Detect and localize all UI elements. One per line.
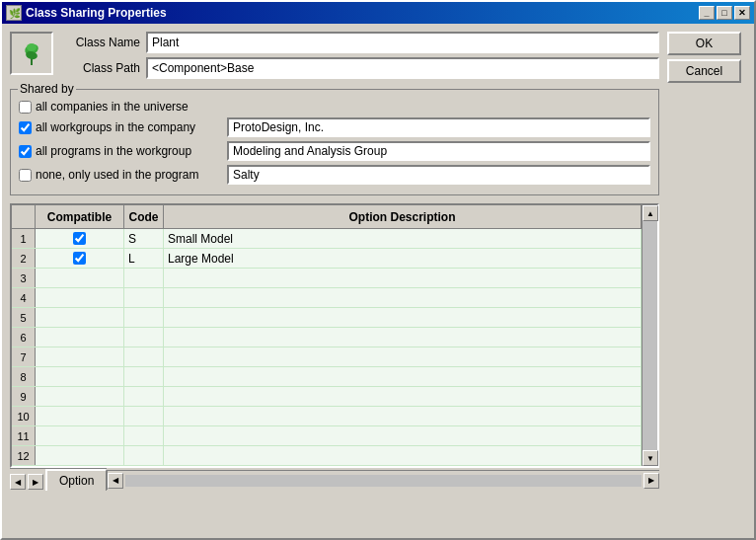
cb-programs[interactable] <box>19 145 32 158</box>
cb-workgroups[interactable] <box>19 121 32 134</box>
minimize-button[interactable]: _ <box>699 6 715 20</box>
title-bar-buttons: _ □ ✕ <box>699 6 750 20</box>
programs-input[interactable] <box>227 141 650 161</box>
content-area: Class Name Class Path Shared by al <box>2 24 754 498</box>
cb-companies[interactable] <box>19 101 32 114</box>
ok-button[interactable]: OK <box>667 32 741 55</box>
compatible-cell <box>36 347 124 366</box>
description-cell: Large Model <box>164 249 642 268</box>
close-button[interactable]: ✕ <box>734 6 750 20</box>
compatible-cell <box>36 288 124 307</box>
code-cell <box>124 446 164 465</box>
grid-header-compatible: Compatible <box>36 205 124 228</box>
horizontal-scrollbar[interactable]: ◀ ▶ <box>107 470 659 490</box>
bottom-area: ◀ ▶ Option ◀ ▶ <box>10 468 659 490</box>
none-input[interactable] <box>227 165 650 185</box>
window-icon: 🌿 <box>6 5 22 21</box>
table-row[interactable]: 9 <box>12 387 642 407</box>
window-title: Class Sharing Properties <box>26 6 167 20</box>
class-name-input[interactable] <box>146 32 659 53</box>
row-num-cell: 4 <box>12 288 36 307</box>
scroll-down-button[interactable]: ▼ <box>643 450 658 466</box>
tab-option[interactable]: Option <box>45 469 107 491</box>
code-cell <box>124 308 164 327</box>
tab-next-button[interactable]: ▶ <box>28 474 43 490</box>
row-num-cell: 5 <box>12 308 36 327</box>
hscroll-right-button[interactable]: ▶ <box>643 473 659 489</box>
hscroll-track <box>125 475 642 487</box>
table-row[interactable]: 11 <box>12 426 642 446</box>
table-row[interactable]: 12 <box>12 446 642 466</box>
compatible-checkbox[interactable] <box>73 232 86 245</box>
table-row[interactable]: 7 <box>12 347 642 367</box>
row-num-cell: 7 <box>12 347 36 366</box>
maximize-button[interactable]: □ <box>717 6 732 20</box>
title-bar: 🌿 Class Sharing Properties _ □ ✕ <box>2 2 754 24</box>
compatible-cell <box>36 387 124 406</box>
cb-none-label: none, only used in the program <box>36 168 223 182</box>
grid-header-code: Code <box>124 205 164 228</box>
grid-container: Compatible Code Option Description 1SSma… <box>10 203 659 468</box>
code-cell <box>124 426 164 445</box>
hscroll-left-button[interactable]: ◀ <box>108 473 123 489</box>
header-section: Class Name Class Path <box>10 32 659 83</box>
table-row[interactable]: 5 <box>12 308 642 328</box>
code-cell <box>124 288 164 307</box>
shared-by-box: all companies in the universe all workgr… <box>10 89 659 195</box>
vertical-scrollbar[interactable]: ▲ ▼ <box>642 205 657 466</box>
shared-by-row-1: all companies in the universe <box>19 100 650 114</box>
compatible-checkbox[interactable] <box>73 252 86 265</box>
description-cell <box>164 328 642 347</box>
row-num-cell: 3 <box>12 269 36 287</box>
code-cell <box>124 407 164 425</box>
table-row[interactable]: 3 <box>12 269 642 288</box>
scroll-up-button[interactable]: ▲ <box>643 205 658 221</box>
class-path-label: Class Path <box>61 61 140 75</box>
table-row[interactable]: 2LLarge Model <box>12 249 642 269</box>
workgroups-input[interactable] <box>227 117 650 137</box>
class-icon <box>10 32 53 75</box>
compatible-cell <box>36 229 124 248</box>
row-num-cell: 12 <box>12 446 36 465</box>
table-row[interactable]: 1SSmall Model <box>12 229 642 249</box>
grid-inner: Compatible Code Option Description 1SSma… <box>12 205 642 466</box>
description-cell <box>164 269 642 287</box>
class-path-input[interactable] <box>146 57 659 79</box>
description-cell <box>164 308 642 327</box>
table-row[interactable]: 6 <box>12 328 642 347</box>
class-name-row: Class Name <box>61 32 659 53</box>
grid-body: 1SSmall Model2LLarge Model3456789101112 <box>12 229 642 466</box>
compatible-cell <box>36 426 124 445</box>
row-num-cell: 11 <box>12 426 36 445</box>
cb-none[interactable] <box>19 169 32 182</box>
main-panel: Class Name Class Path Shared by al <box>10 32 659 490</box>
code-cell <box>124 367 164 386</box>
scrollbar-track <box>643 221 657 450</box>
compatible-cell <box>36 407 124 425</box>
compatible-cell <box>36 367 124 386</box>
table-row[interactable]: 10 <box>12 407 642 426</box>
right-panel: OK Cancel <box>667 32 746 490</box>
table-row[interactable]: 4 <box>12 288 642 308</box>
compatible-cell <box>36 328 124 347</box>
shared-by-row-3: all programs in the workgroup <box>19 141 650 161</box>
fields-section: Class Name Class Path <box>61 32 659 83</box>
compatible-cell <box>36 269 124 287</box>
tab-prev-button[interactable]: ◀ <box>10 474 26 490</box>
cb-programs-label: all programs in the workgroup <box>36 144 223 158</box>
code-cell <box>124 328 164 347</box>
compatible-cell <box>36 249 124 268</box>
compatible-cell <box>36 308 124 327</box>
description-cell <box>164 288 642 307</box>
description-cell <box>164 387 642 406</box>
description-cell: Small Model <box>164 229 642 248</box>
shared-by-group: Shared by all companies in the universe … <box>10 89 659 195</box>
grid-header-desc: Option Description <box>164 205 642 228</box>
cancel-button[interactable]: Cancel <box>667 59 741 83</box>
row-num-cell: 2 <box>12 249 36 268</box>
code-cell: S <box>124 229 164 248</box>
shared-by-row-2: all workgroups in the company <box>19 117 650 137</box>
table-row[interactable]: 8 <box>12 367 642 387</box>
row-num-cell: 6 <box>12 328 36 347</box>
code-cell <box>124 387 164 406</box>
